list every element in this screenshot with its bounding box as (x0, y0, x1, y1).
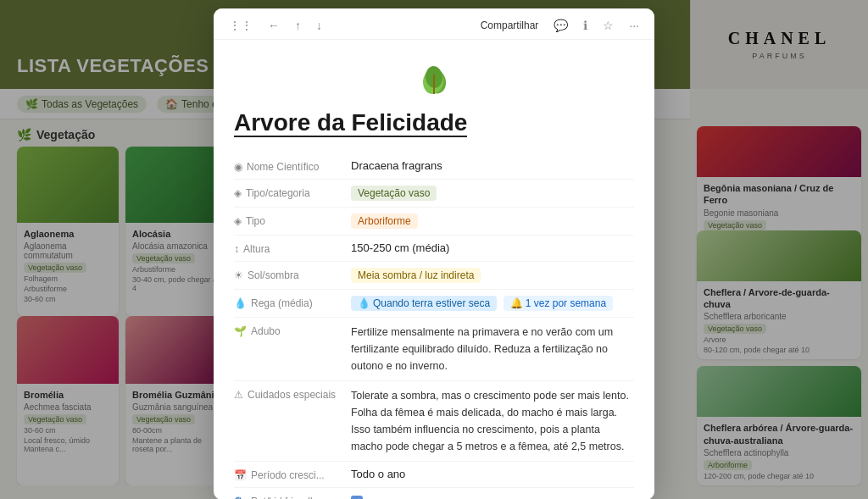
prop-altura: ↕ Altura 150-250 cm (média) (234, 236, 634, 262)
rega-condition-tag[interactable]: 💧 Quando terra estiver seca (351, 296, 497, 311)
share-button[interactable]: Compartilhar (477, 18, 542, 33)
pet-checkbox[interactable]: ✓ (351, 496, 363, 500)
modal-content: Arvore da Felicidade ◉ Nome Científico D… (214, 40, 654, 499)
categoria-icon: ◈ (234, 187, 242, 199)
altura-value: 150-250 cm (média) (351, 241, 634, 254)
categoria-value: Vegetação vaso (351, 186, 634, 201)
nav-up-button[interactable]: ↑ (292, 17, 304, 34)
adubo-value: Fertilize mensalmente na primavera e no … (351, 324, 634, 374)
rega-value: 💧 Quando terra estiver seca 🔔 1 vez por … (351, 296, 634, 311)
altura-icon: ↕ (234, 243, 239, 255)
modal-action-bar: Compartilhar 💬 ℹ ☆ ··· (477, 17, 643, 34)
modal-topbar: ⋮⋮ ← ↑ ↓ Compartilhar 💬 ℹ ☆ ··· (214, 8, 654, 40)
more-options-button[interactable]: ··· (626, 17, 643, 34)
pet-icon: 🐾 (234, 496, 247, 499)
periodo-value: Todo o ano (351, 468, 634, 480)
prop-nome-cientifico: ◉ Nome Científico Dracaena fragrans (234, 153, 634, 180)
nome-icon: ◉ (234, 161, 242, 173)
sol-sombra-tag[interactable]: Meia sombra / luz indireta (351, 268, 481, 283)
favorite-button[interactable]: ☆ (599, 17, 617, 34)
prop-sol-sombra: ☀ Sol/sombra Meia sombra / luz indireta (234, 262, 634, 290)
prop-tipo: ◈ Tipo Arboriforme (234, 208, 634, 236)
rega-frequency-tag[interactable]: 🔔 1 vez por semana (504, 296, 613, 311)
cuidados-value: Tolerate a sombra, mas o crescimento pod… (351, 387, 634, 455)
adubo-icon: 🌱 (234, 325, 247, 337)
title-wrapper: Arvore da Felicidade (234, 109, 634, 136)
prop-cuidados: ⚠ Cuidados especiais Tolerate a sombra, … (234, 381, 634, 462)
plant-detail-modal: ⋮⋮ ← ↑ ↓ Compartilhar 💬 ℹ ☆ ··· (214, 8, 654, 499)
tipo-value: Arboriforme (351, 213, 634, 229)
nome-value: Dracaena fragrans (351, 159, 634, 172)
prop-tipo-categoria: ◈ Tipo/categoria Vegetação vaso (234, 180, 634, 208)
nav-back-button[interactable]: ← (264, 17, 283, 34)
modal-overlay[interactable]: ⋮⋮ ← ↑ ↓ Compartilhar 💬 ℹ ☆ ··· (0, 0, 868, 499)
sol-icon: ☀ (234, 269, 243, 281)
plant-title[interactable]: Arvore da Felicidade (234, 109, 467, 137)
prop-rega: 💧 Rega (média) 💧 Quando terra estiver se… (234, 290, 634, 318)
prop-adubo: 🌱 Adubo Fertilize mensalmente na primave… (234, 318, 634, 381)
prop-pet-friendly: 🐾 Pet/kid friendly ✓ (234, 488, 634, 499)
info-button[interactable]: ℹ (580, 17, 591, 34)
prop-periodo: 📅 Período cresci... Todo o ano (234, 462, 634, 488)
sol-sombra-value: Meia sombra / luz indireta (351, 268, 634, 283)
tipo-icon: ◈ (234, 215, 242, 227)
nav-down-button[interactable]: ↓ (313, 17, 326, 34)
cuidados-icon: ⚠ (234, 389, 243, 401)
tipo-tag[interactable]: Arboriforme (351, 213, 418, 229)
rega-icon: 💧 (234, 297, 247, 309)
breadcrumb-icon[interactable]: ⋮⋮ (225, 17, 256, 34)
categoria-tag[interactable]: Vegetação vaso (351, 186, 437, 201)
periodo-icon: 📅 (234, 469, 247, 481)
plant-icon (410, 53, 458, 101)
comment-icon-button[interactable]: 💬 (550, 17, 571, 34)
pet-value: ✓ (351, 494, 634, 499)
modal-nav-controls: ⋮⋮ ← ↑ ↓ (225, 17, 326, 34)
